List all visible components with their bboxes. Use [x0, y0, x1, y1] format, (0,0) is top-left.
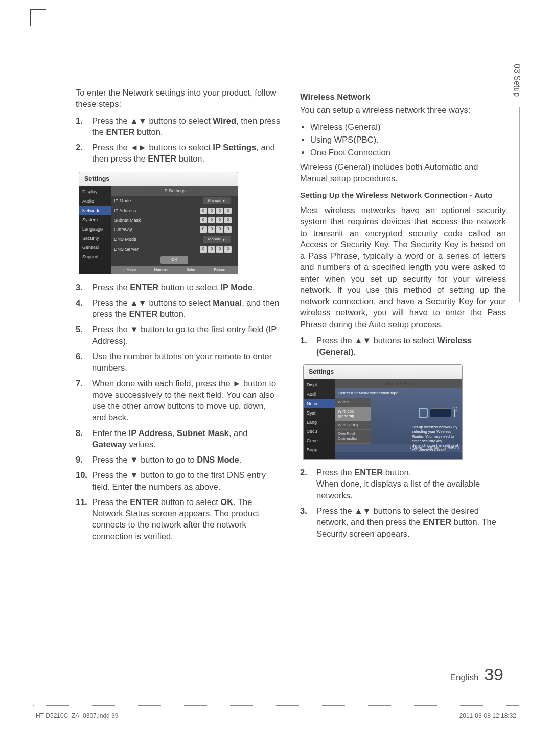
ui-main: IP Settings IP ModeManual ▸IP Address000… [111, 186, 238, 273]
wireless-heading: Wireless Network [300, 91, 506, 102]
sidebar-item[interactable]: System [79, 215, 111, 224]
antenna-icon [454, 409, 455, 417]
row-label: Gateway [114, 226, 150, 233]
ui-sidebar: DisplayAudioNetworkSystemLanguageSecurit… [79, 186, 111, 273]
ip-field[interactable]: 0000 [200, 246, 232, 253]
sidebar-item[interactable]: Displ [304, 380, 335, 390]
ui-rows: IP ModeManual ▸IP Address0000Subnet Mask… [111, 196, 238, 254]
connection-type-list[interactable]: WiredWireless (general)WPS(PBC)One Foot … [335, 398, 371, 444]
sidebar-item[interactable]: Audi [304, 390, 335, 399]
sidebar-item[interactable]: Network [79, 206, 111, 215]
section-tab: 03 Setup [512, 64, 521, 97]
bullet-item: Wireless (General) [310, 121, 506, 132]
device-icon [419, 408, 428, 418]
connection-option[interactable]: Wireless (general) [335, 407, 371, 421]
ip-field[interactable]: 0000 [200, 226, 232, 233]
ui2-sidebar: DisplAudiNetwSystLangSecuGeneSupp [304, 379, 335, 459]
footer-lang: English [450, 673, 479, 682]
row-value[interactable]: Manual ▸ [203, 236, 231, 243]
content-columns: To enter the Network settings into your … [76, 87, 506, 546]
ui-footer-hints: > MoveNumberEnterReturn [111, 266, 238, 274]
row-label: DNS Server [114, 246, 150, 253]
ip-settings-screenshot: Settings DisplayAudioNetworkSystemLangua… [79, 172, 238, 274]
row-value[interactable]: Manual ▸ [203, 197, 231, 205]
auto-setup-heading: Setting Up the Wireless Network Connecti… [300, 190, 506, 200]
ui2-title: Settings [304, 365, 462, 379]
steps-list-b: 3.Press the ENTER button to select IP Mo… [76, 282, 282, 542]
step-item: 6.Use the number buttons on your remote … [76, 351, 282, 374]
settings-row[interactable]: Subnet Mask0000 [111, 216, 238, 225]
ok-button[interactable]: OK [160, 256, 188, 264]
step-item: 1.Press the ▲▼ buttons to select Wired, … [76, 115, 282, 138]
step-item: 2.Press the ENTER button.When done, it d… [300, 467, 506, 501]
crop-mark [30, 9, 46, 26]
settings-row[interactable]: IP ModeManual ▸ [111, 196, 238, 207]
sidebar-item[interactable]: Lang [304, 418, 335, 427]
footer-rule [33, 705, 519, 706]
hint: Return [214, 267, 225, 272]
intro-text: To enter the Network settings into your … [76, 87, 282, 110]
sidebar-item[interactable]: Gene [304, 436, 335, 445]
bullet-item: One Foot Connection [310, 147, 506, 158]
sidebar-item[interactable]: Support [79, 252, 111, 261]
router-icon [430, 409, 451, 417]
step-item: 2.Press the ◄► buttons to select IP Sett… [76, 142, 282, 165]
sidebar-item[interactable]: Netw [304, 399, 335, 408]
wireless-note: Wireless (General) includes both Automat… [300, 161, 506, 184]
ui2-body: DisplAudiNetwSystLangSecuGeneSupp Networ… [304, 379, 462, 459]
ip-field[interactable]: 0000 [200, 217, 232, 223]
page-footer: English 39 [450, 665, 503, 684]
footer-meta: HT-D5210C_ZA_0307.indd 39 2011-03-08 12:… [36, 712, 516, 719]
steps-list-c: 1.Press the ▲▼ buttons to select Wireles… [300, 335, 506, 358]
steps-list-a: 1.Press the ▲▼ buttons to select Wired, … [76, 115, 282, 165]
ui2-subhead: Select a network connection type. [335, 388, 462, 398]
settings-row[interactable]: IP Address0000 [111, 206, 238, 215]
network-settings-screenshot: Settings DisplAudiNetwSystLangSecuGeneSu… [303, 364, 463, 460]
step-item: 4.Press the ▲▼ buttons to select Manual,… [76, 297, 282, 320]
ui-body: DisplayAudioNetworkSystemLanguageSecurit… [79, 186, 238, 273]
connection-option[interactable]: One Foot Connection [335, 430, 371, 444]
step-item: 7.When done with each field, press the ►… [76, 378, 282, 423]
connection-description: Set up wireless network by selecting you… [412, 425, 459, 452]
connection-option[interactable]: Wired [335, 398, 371, 407]
network-diagram [417, 405, 457, 421]
ip-field[interactable]: 0000 [200, 208, 232, 214]
step-item: 8.Enter the IP Address, Subnet Mask, and… [76, 427, 282, 450]
source-file: HT-D5210C_ZA_0307.indd 39 [36, 712, 118, 719]
sidebar-item[interactable]: Supp [304, 445, 335, 454]
print-timestamp: 2011-03-08 12:18:32 [459, 712, 516, 719]
connection-option[interactable]: WPS(PBC) [335, 421, 371, 430]
auto-setup-para: Most wireless networks have an optional … [300, 204, 506, 330]
row-label: Subnet Mask [114, 217, 150, 223]
sidebar-item[interactable]: General [79, 243, 111, 252]
sidebar-item[interactable]: Display [79, 187, 111, 196]
step-item: 10.Press the ▼ button to go to the first… [76, 469, 282, 492]
hint: Number [154, 267, 168, 272]
sidebar-item[interactable]: Security [79, 234, 111, 243]
step-item: 1.Press the ▲▼ buttons to select Wireles… [300, 335, 506, 358]
settings-row[interactable]: DNS Server0000 [111, 245, 238, 254]
sidebar-item[interactable]: Language [79, 224, 111, 234]
step-item: 11.Press the ENTER button to select OK. … [76, 496, 282, 542]
row-label: IP Mode [114, 198, 150, 204]
settings-row[interactable]: Gateway0000 [111, 225, 238, 234]
wireless-methods-list: Wireless (General)Using WPS(PBC).One Foo… [300, 121, 506, 158]
wireless-intro: You can setup a wireless network three w… [300, 104, 506, 116]
sidebar-item[interactable]: Audio [79, 197, 111, 206]
right-column: Wireless Network You can setup a wireles… [300, 87, 506, 546]
step-item: 9.Press the ▼ button to go to DNS Mode. [76, 454, 282, 465]
hint: > Move [123, 267, 136, 272]
sidebar-item[interactable]: Secu [304, 427, 335, 436]
step-item: 3.Press the ▲▼ buttons to select the des… [300, 505, 506, 539]
step-item: 3.Press the ENTER button to select IP Mo… [76, 282, 282, 293]
sidebar-item[interactable]: Syst [304, 408, 335, 418]
section-tab-line [519, 107, 520, 302]
left-column: To enter the Network settings into your … [76, 87, 282, 546]
ui2-main: Network Settings Select a network connec… [335, 379, 462, 459]
step-item: 5.Press the ▼ button to go to the first … [76, 324, 282, 347]
settings-row[interactable]: DNS ModeManual ▸ [111, 234, 238, 245]
bullet-item: Using WPS(PBC). [310, 134, 506, 145]
hint: Enter [187, 267, 196, 272]
row-label: DNS Mode [114, 236, 150, 242]
steps-list-d: 2.Press the ENTER button.When done, it d… [300, 467, 506, 539]
